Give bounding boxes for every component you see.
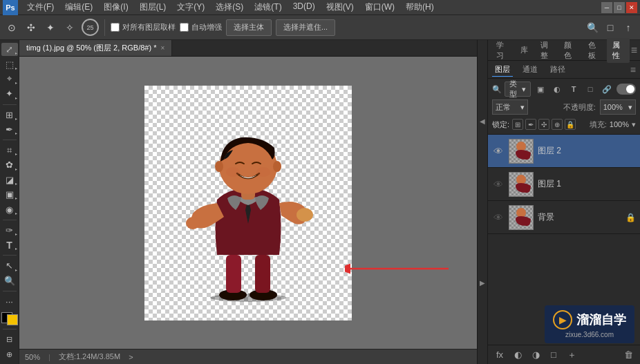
document-tab-name: timg (1).jpg @ 50% (图层 2, RGB/8#) * (26, 43, 156, 53)
background-color[interactable] (7, 314, 18, 325)
lock-move-icon[interactable]: ✣ (538, 119, 549, 130)
tool-eraser[interactable]: ◪▸ (1, 173, 18, 186)
zoom-level: 50% (25, 353, 40, 361)
fx-button[interactable]: fx (492, 347, 507, 363)
lock-all-icon[interactable]: 🔒 (565, 119, 576, 130)
document-tab[interactable]: timg (1).jpg @ 50% (图层 2, RGB/8#) * × (19, 40, 172, 56)
tab-learn[interactable]: 学习 (491, 38, 514, 63)
filter-row: 🔍 类型 ▾ ▣ ◐ T □ 🔗 (492, 82, 636, 97)
status-arrow[interactable]: > (129, 353, 133, 361)
minimize-button[interactable]: ─ (601, 2, 612, 13)
select-and-mask-button[interactable]: 选择并遮住... (276, 19, 335, 36)
group-button[interactable]: □ (546, 347, 561, 363)
tool-lasso[interactable]: ⌖▸ (1, 73, 18, 86)
tool-eyedropper[interactable]: ✒▸ (1, 123, 18, 136)
tool-pen[interactable]: ✑▸ (1, 224, 18, 237)
tool-extras[interactable]: ⊟ (1, 333, 18, 346)
filter-shape-icon[interactable]: □ (583, 82, 597, 96)
document-size: 文档:1.24M/3.85M (59, 352, 120, 362)
layer-2-visibility[interactable]: 👁 (492, 145, 505, 157)
filter-text-icon[interactable]: T (567, 82, 581, 96)
tool-marquee[interactable]: ⬚▸ (1, 57, 18, 70)
maximize-button[interactable]: □ (614, 2, 625, 13)
layer-1-visibility[interactable]: 👁 (492, 178, 505, 191)
tool-text[interactable]: T▸ (1, 238, 18, 251)
brush-size-indicator[interactable]: 25 (82, 19, 99, 36)
tool-icon-2[interactable]: ✣ (23, 20, 39, 35)
tool-icon-4[interactable]: ✧ (62, 20, 77, 35)
menu-file[interactable]: 文件(F) (22, 0, 59, 15)
tab-properties[interactable]: 属性 (607, 38, 630, 63)
subtab-layers[interactable]: 图层 (492, 63, 513, 77)
more-tools[interactable]: ··· (1, 295, 18, 308)
auto-enhance-checkbox[interactable]: 自动增强 (180, 22, 222, 32)
tool-move[interactable]: ⤢▸ (1, 43, 18, 56)
all-layers-checkbox[interactable]: 对所有图层取样 (111, 22, 176, 32)
tool-icon-3[interactable]: ✦ (43, 20, 58, 35)
share-icon[interactable]: ↑ (621, 20, 636, 35)
document-tab-close[interactable]: × (160, 44, 164, 52)
menu-text[interactable]: 文字(Y) (172, 0, 209, 15)
tool-magic-wand[interactable]: ✦▸ (1, 87, 18, 100)
collapse-arrow-bottom[interactable]: ▶ (479, 276, 487, 289)
subtab-paths[interactable]: 路径 (547, 63, 568, 76)
menu-help[interactable]: 帮助(H) (401, 0, 439, 15)
layer-item-2[interactable]: 👁 图层 2 (488, 135, 640, 168)
select-subject-button[interactable]: 选择主体 (226, 19, 272, 36)
tool-gradient[interactable]: ▣▸ (1, 188, 18, 201)
menu-window[interactable]: 窗口(W) (360, 0, 399, 15)
subtab-channels[interactable]: 通道 (520, 63, 540, 76)
lock-paint-icon[interactable]: ✒ (525, 119, 536, 130)
filter-type-select[interactable]: 类型 ▾ (505, 82, 531, 97)
tool-stamp[interactable]: ✿▸ (1, 158, 18, 171)
tool-crop[interactable]: ⊞▸ (1, 108, 18, 121)
tab-library[interactable]: 库 (515, 43, 534, 57)
filter-smart-icon[interactable]: 🔗 (600, 82, 614, 96)
canvas-wrapper[interactable] (19, 57, 477, 349)
collapse-arrow-top[interactable]: ◀ (479, 115, 487, 128)
filter-adjust-icon[interactable]: ◐ (550, 82, 564, 96)
lock-pixel-icon[interactable]: ⊞ (512, 119, 523, 130)
workspace-icon[interactable]: □ (603, 20, 618, 35)
layer-item-1[interactable]: 👁 图层 1 (488, 168, 640, 201)
delete-layer-button[interactable]: 🗑 (621, 347, 636, 363)
adjustment-button[interactable]: ◑ (528, 347, 543, 363)
panel-menu-icon[interactable]: ≡ (631, 44, 637, 57)
svg-point-5 (186, 217, 200, 229)
menu-view[interactable]: 视图(V) (321, 0, 359, 15)
filter-pixel-icon[interactable]: ▣ (534, 82, 547, 96)
right-panel-tabs: 学习 库 调整 颜色 色板 属性 ≡ (488, 40, 640, 61)
auto-enhance-input[interactable] (180, 23, 189, 32)
opacity-select[interactable]: 100% ▾ (600, 99, 636, 115)
blend-mode-select[interactable]: 正常 ▾ (492, 99, 528, 115)
bg-visibility[interactable]: 👁 (492, 211, 505, 224)
tab-swatches[interactable]: 色板 (583, 38, 605, 63)
lock-artboard-icon[interactable]: ⊕ (552, 119, 563, 130)
add-mask-button[interactable]: ◐ (510, 347, 525, 363)
tool-dodge[interactable]: ◉▸ (1, 202, 18, 215)
layer-item-background[interactable]: 👁 背景 🔒 (488, 201, 640, 234)
color-picker[interactable] (1, 312, 18, 325)
filter-toggle[interactable] (617, 84, 636, 95)
watermark-brand-row: ▶ 溜溜自学 (553, 310, 626, 329)
tool-icon-1[interactable]: ⊙ (4, 20, 19, 35)
tool-path-select[interactable]: ↖▸ (1, 259, 18, 272)
tool-zoom[interactable]: 🔍 (1, 274, 18, 287)
menu-image[interactable]: 图像(I) (99, 0, 133, 15)
menu-select[interactable]: 选择(S) (211, 0, 248, 15)
menu-3d[interactable]: 3D(D) (288, 0, 320, 15)
tool-extras2[interactable]: ⊕ (1, 348, 18, 361)
tab-color[interactable]: 颜色 (558, 38, 581, 63)
menu-layer[interactable]: 图层(L) (135, 0, 171, 15)
all-layers-input[interactable] (111, 23, 120, 32)
menu-edit[interactable]: 编辑(E) (60, 0, 97, 15)
menu-filter[interactable]: 滤镜(T) (250, 0, 286, 15)
new-layer-button[interactable]: ＋ (564, 347, 579, 363)
tab-adjustments[interactable]: 调整 (535, 38, 558, 63)
search-icon[interactable]: 🔍 (585, 20, 600, 35)
tool-brush[interactable]: ⌗▸ (1, 144, 18, 157)
menu-bar: Ps 文件(F) 编辑(E) 图像(I) 图层(L) 文字(Y) 选择(S) 滤… (0, 0, 640, 15)
close-button[interactable]: ✕ (626, 2, 637, 13)
lock-label: 锁定: (492, 119, 509, 130)
layers-menu-icon[interactable]: ≡ (630, 64, 636, 75)
